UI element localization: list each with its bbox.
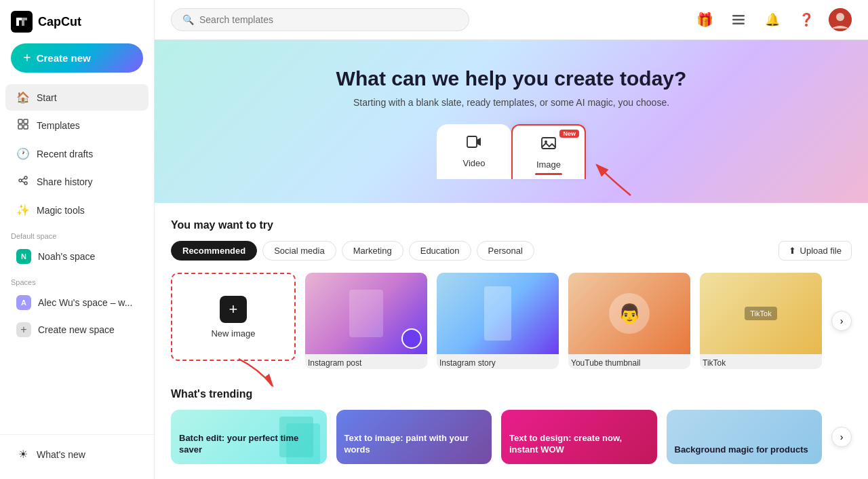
hero-subtitle: Starting with a blank slate, ready templ… [171,97,852,108]
search-icon: 🔍 [182,14,194,25]
tab-underline [535,173,562,175]
trending-text-to-design-text: Text to design: create now, instant WOW [501,425,657,464]
logo: CapCut [0,11,154,43]
magic-icon: ✨ [16,204,30,216]
menu-icon [732,14,745,26]
sidebar-label-recent-drafts: Recent drafts [37,149,93,159]
new-image-label: New image [211,328,255,339]
trending-section: What's trending Batch edit: your perfect… [171,388,852,464]
trending-text-to-design[interactable]: Text to design: create now, instant WOW [501,410,657,464]
image-tab-icon [540,135,557,155]
sidebar-label-start: Start [37,92,57,103]
video-tab-icon [466,134,482,154]
svg-line-9 [22,181,24,183]
sidebar-item-magic-tools[interactable]: ✨ Magic tools [5,197,149,223]
trending-batch-edit-text: Batch edit: your perfect time saver [171,425,327,464]
sidebar-item-recent-drafts[interactable]: 🕐 Recent drafts [5,140,149,167]
sidebar-item-share-history[interactable]: Share history [5,168,149,195]
header: 🔍 🎁 🔔 ❓ [155,0,868,40]
svg-rect-11 [732,19,745,21]
trending-text-to-image-text: Text to image: paint with your words [336,425,492,464]
search-bar[interactable]: 🔍 [171,8,469,31]
trending-background-magic-text: Background magic for products [667,436,823,464]
svg-point-5 [24,176,27,179]
plus-icon: + [23,50,31,66]
bell-icon: 🔔 [765,12,780,27]
space-avatar-noah: N [16,249,31,264]
template-next-button[interactable]: › [831,311,852,331]
space-avatar-alec: A [16,295,31,310]
user-avatar[interactable] [829,8,852,31]
tab-video[interactable]: Video [437,124,511,179]
upload-label: Upload file [800,246,842,256]
capcut-logo-icon [11,11,33,33]
help-button[interactable]: ❓ [795,8,818,31]
filter-personal[interactable]: Personal [477,241,534,261]
instagram-post-label: Instagram post [305,354,427,369]
sidebar: CapCut + Create new 🏠 Start Templates 🕐 … [0,0,155,479]
spaces-label: Spaces [0,270,154,289]
search-input[interactable] [199,14,458,25]
create-new-space[interactable]: + Create new space [5,317,149,343]
upload-file-button[interactable]: ⬆ Upload file [778,241,852,261]
plus-circle-icon: + [220,296,247,323]
instagram-post-card[interactable]: Instagram post [305,273,427,369]
default-space-label: Default space [0,224,154,243]
trending-next-button[interactable]: › [831,427,852,447]
new-badge: New [559,130,579,138]
share-icon [16,175,30,189]
filter-marketing[interactable]: Marketing [342,241,403,261]
app-name: CapCut [38,15,81,29]
tab-image[interactable]: New Image [511,124,586,179]
hero-banner: What can we help you create today? Start… [155,40,868,203]
svg-rect-12 [732,23,745,25]
filter-social-media[interactable]: Social media [262,241,336,261]
try-section-title: You may want to try [171,219,852,231]
sidebar-item-start[interactable]: 🏠 Start [5,84,149,111]
space-label-alec: Alec Wu's space – w... [38,297,132,308]
svg-point-6 [19,179,22,182]
menu-button[interactable] [727,8,750,31]
sidebar-item-whats-new[interactable]: ☀ What's new [5,441,149,467]
trending-title: What's trending [171,388,852,400]
sidebar-label-templates: Templates [37,120,80,131]
trending-grid: Batch edit: your perfect time saver Text… [171,410,852,464]
instagram-story-thumb [437,273,559,354]
sidebar-label-whats-new: What's new [37,449,85,460]
svg-rect-15 [467,136,477,147]
tab-video-label: Video [462,158,485,168]
gift-button[interactable]: 🎁 [693,8,716,31]
trending-text-to-image[interactable]: Text to image: paint with your words [336,410,492,464]
space-item-noah[interactable]: N Noah's space [5,244,149,269]
trending-background-magic[interactable]: Background magic for products [667,410,823,464]
svg-rect-2 [24,119,28,123]
svg-rect-4 [24,125,28,129]
tiktok-thumb: TikTok [700,273,822,354]
youtube-thumbnail-card[interactable]: 👨 YouTube thumbnail [568,273,690,369]
create-new-button[interactable]: + Create new [11,43,143,73]
gift-icon: 🎁 [696,12,713,28]
new-image-card[interactable]: + New image [171,273,296,361]
svg-rect-16 [542,138,555,149]
sun-icon: ☀ [16,448,30,461]
clock-icon: 🕐 [16,147,30,160]
filter-education[interactable]: Education [409,241,471,261]
tiktok-label: TikTok [700,354,822,369]
sidebar-item-templates[interactable]: Templates [5,112,149,139]
svg-rect-3 [18,125,22,129]
bell-button[interactable]: 🔔 [761,8,784,31]
instagram-story-card[interactable]: Instagram story [437,273,559,369]
svg-point-14 [836,13,844,21]
create-space-icon: + [16,322,31,337]
space-item-alec[interactable]: A Alec Wu's space – w... [5,290,149,315]
filter-recommended[interactable]: Recommended [171,241,257,261]
create-new-label: Create new [37,52,91,64]
tiktok-card[interactable]: TikTok TikTok [700,273,822,369]
main-content: 🔍 🎁 🔔 ❓ What can we help you create toda… [155,0,868,479]
header-icons: 🎁 🔔 ❓ [693,8,852,31]
home-icon: 🏠 [16,91,30,104]
instagram-post-thumb [305,273,427,354]
trending-batch-edit[interactable]: Batch edit: your perfect time saver [171,410,327,464]
svg-point-7 [24,182,27,185]
hero-tabs: Video New Image [171,124,852,179]
